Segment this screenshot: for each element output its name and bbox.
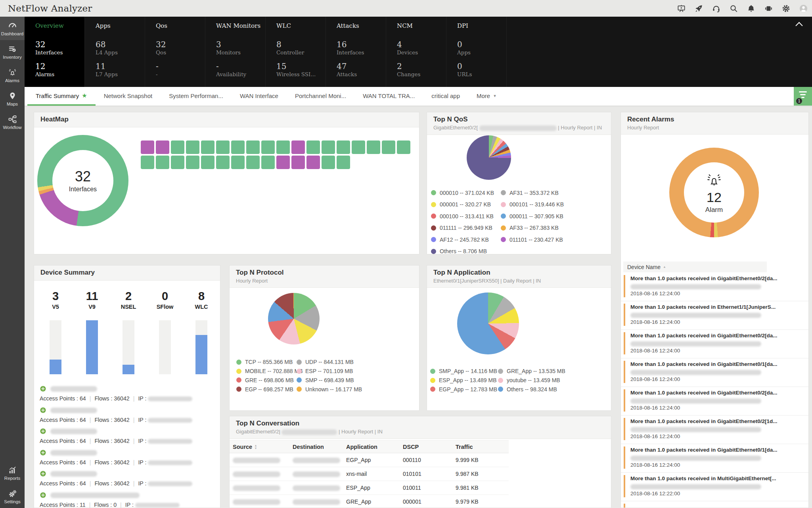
heatmap-cell[interactable]	[261, 140, 275, 154]
nav-col-attacks[interactable]: Attacks16Interfaces47Attacks	[326, 17, 386, 87]
device-list-item[interactable]: Access Points : 64|Flows : 36042|IP :	[40, 404, 216, 426]
sidebar-item-inventory[interactable]: Inventory	[0, 40, 25, 64]
gear-icon[interactable]	[781, 4, 791, 13]
heatmap-cell[interactable]	[171, 156, 184, 169]
heatmap-cell[interactable]	[141, 156, 154, 169]
column-header-destination[interactable]: Destination	[293, 444, 346, 450]
sidebar-item-workflow[interactable]: Workflow	[0, 110, 25, 134]
column-header-dscp[interactable]: DSCP	[403, 444, 456, 450]
table-row[interactable]: xns-mail0101019.987 KB	[230, 467, 509, 481]
device-name-sort-header[interactable]: Device Name ▲	[623, 262, 767, 272]
alarm-list-item[interactable]: More than 1.0 packets received in Gigabi…	[621, 444, 809, 472]
heatmap-cell[interactable]	[382, 140, 395, 154]
nav-col-qos[interactable]: Qos32Qos--	[145, 17, 205, 87]
heatmap-cell[interactable]	[171, 140, 184, 154]
alarm-list-item[interactable]: More than 1.0 packets received in Gigabi…	[621, 358, 809, 387]
column-header-traffic[interactable]: Traffic	[456, 444, 512, 450]
heatmap-cell[interactable]	[367, 140, 380, 154]
heatmap-cell[interactable]	[306, 156, 320, 169]
tab-network-snapshot[interactable]: Network Snapshot	[96, 87, 161, 106]
nav-col-wan-monitors[interactable]: WAN Monitors3Monitors-Availability	[205, 17, 266, 87]
headset-icon[interactable]	[712, 4, 721, 13]
table-row[interactable]: GRE_App0000019.979 KB	[230, 495, 509, 508]
nav-col-overview[interactable]: Overview32Interfaces12Alarms	[25, 17, 85, 87]
qos-pie-chart[interactable]	[467, 135, 511, 180]
heatmap-cell[interactable]	[231, 140, 245, 154]
heatmap-cell[interactable]	[276, 140, 290, 154]
alarm-list-item[interactable]: More than 1.0 packets received in Ethern…	[621, 301, 809, 329]
device-list-item[interactable]: Access Points : 64|Flows : 36042|IP :	[40, 425, 216, 447]
nav-col-dpi[interactable]: DPI0Apps0URLs	[446, 17, 507, 87]
heatmap-cell[interactable]	[201, 140, 214, 154]
alarm-list-item[interactable]: More than 1.0 packets received in Gigabi…	[621, 273, 809, 301]
interfaces-donut-chart[interactable]: 32 Interfaces	[37, 135, 128, 226]
alarm-list-item[interactable]: More than 1.0 packets received in Gigabi…	[621, 415, 809, 444]
tab-traffic-summary[interactable]: Traffic Summary★	[27, 87, 96, 106]
protocol-pie-chart[interactable]	[268, 293, 320, 344]
heatmap-cell[interactable]	[246, 156, 260, 169]
sidebar-item-reports[interactable]: Reports	[0, 461, 25, 485]
heatmap-cell[interactable]	[261, 156, 275, 169]
tab-more[interactable]: More▾	[468, 87, 504, 106]
legend-label: EGP_App -- 12.783 MB	[439, 386, 497, 393]
presentation-icon[interactable]	[677, 4, 686, 13]
column-header-application[interactable]: Application	[346, 444, 403, 450]
tab-wan-interface[interactable]: WAN Interface	[232, 87, 287, 106]
heatmap-cell[interactable]	[337, 156, 350, 169]
heatmap-cell[interactable]	[276, 156, 290, 169]
alarm-list-item[interactable]: More than 1.0 packets received in Gigabi…	[621, 387, 809, 415]
sidebar-item-dashboard[interactable]: Dashboard	[0, 17, 25, 40]
heatmap-cell[interactable]	[306, 140, 320, 154]
heatmap-cell[interactable]	[291, 156, 305, 169]
search-icon[interactable]	[729, 4, 738, 13]
device-details: Access Points : 11|Flows : 0|IP :	[40, 502, 180, 508]
heatmap-cell[interactable]	[337, 140, 350, 154]
device-list-item[interactable]: Access Points : 64|Flows : 36042|IP :	[40, 447, 216, 468]
device-list-item[interactable]: Access Points : 64|Flows : 36042|IP :	[40, 383, 216, 404]
heatmap-cell[interactable]	[216, 140, 230, 154]
sidebar-item-alarms[interactable]: Alarms	[0, 64, 25, 87]
dashboard-list-button[interactable]: 1	[794, 87, 812, 106]
heatmap-cell[interactable]	[231, 156, 245, 169]
nav-col-apps[interactable]: Apps68L4 Apps11L7 Apps	[85, 17, 145, 87]
tab-critical-app[interactable]: critical app	[423, 87, 468, 106]
heatmap-cell[interactable]	[216, 156, 230, 169]
column-header-source[interactable]: Source▲▼	[233, 444, 293, 450]
device-list-item[interactable]: Access Points : 64|Flows : 36042|IP :	[40, 468, 216, 489]
media-icon[interactable]	[764, 4, 773, 13]
tab-label: critical app	[431, 92, 460, 99]
alarm-timestamp: 2018-08-16 12:24:00	[630, 433, 680, 439]
bell-icon[interactable]	[747, 4, 756, 13]
device-list-item[interactable]: Access Points : 11|Flows : 0|IP :	[40, 489, 216, 508]
alarm-list-item[interactable]: More than 1.0 packets received in MultiG…	[621, 472, 809, 501]
table-row[interactable]: ESP_App0100119.981 KB	[230, 481, 509, 495]
application-pie-chart[interactable]	[457, 292, 519, 354]
table-row[interactable]: EGP_App0001109.999 KB	[230, 453, 509, 467]
sidebar-item-settings[interactable]: Settings	[0, 485, 25, 508]
avatar[interactable]	[799, 4, 808, 13]
traffic-cell: 9.981 KB	[456, 485, 512, 491]
heatmap-cell[interactable]	[186, 140, 199, 154]
tab-portchannel-moni[interactable]: Portchannel Moni...	[287, 87, 354, 106]
heatmap-cell[interactable]	[352, 140, 365, 154]
heatmap-cell[interactable]	[246, 140, 260, 154]
tab-wan-total-tra[interactable]: WAN TOTAL TRA...	[354, 87, 423, 106]
nav-col-ncm[interactable]: NCM4Devices2Changes	[386, 17, 446, 87]
heatmap-cell[interactable]	[156, 140, 169, 154]
heatmap-cell[interactable]	[141, 140, 154, 154]
heatmap-cell[interactable]	[201, 156, 214, 169]
source-cell	[233, 485, 293, 491]
tab-system-performan[interactable]: System Performan...	[161, 87, 232, 106]
sidebar-item-maps[interactable]: Maps	[0, 87, 25, 110]
heatmap-cell[interactable]	[397, 140, 410, 154]
heatmap-cell[interactable]	[291, 140, 305, 154]
nav-col-wlc[interactable]: WLC8Controller15Wireless SSI...	[266, 17, 326, 87]
heatmap-cell[interactable]	[322, 156, 335, 169]
heatmap-cell[interactable]	[156, 156, 169, 169]
rocket-icon[interactable]	[694, 4, 703, 13]
alarm-list-item[interactable]: More than 1.0 packets received in Gigabi…	[621, 329, 809, 358]
heatmap-cell[interactable]	[322, 140, 335, 154]
alarms-donut-chart[interactable]: 12 Alarm	[669, 148, 759, 237]
alarm-list-item[interactable]	[621, 501, 809, 508]
heatmap-cell[interactable]	[186, 156, 199, 169]
